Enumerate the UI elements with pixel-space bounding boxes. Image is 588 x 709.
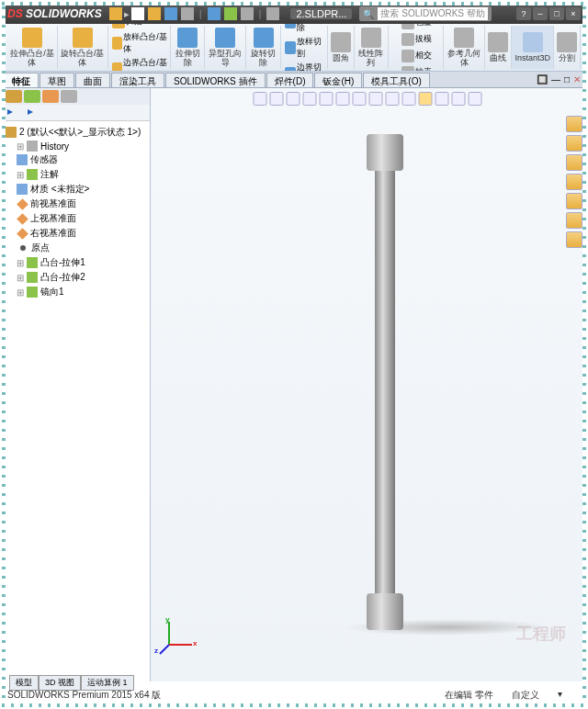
ribbon-ref-geom[interactable]: 参考几何体: [444, 26, 485, 69]
task-pane: [566, 116, 582, 248]
view-toolbar: [254, 92, 482, 106]
view-d-icon[interactable]: [469, 92, 482, 106]
command-tabs: 特征 草图 曲面 渲染工具 SOLIDWORKS 插件 焊件(D) 钣金(H) …: [4, 72, 584, 88]
ribbon-split[interactable]: 分割: [554, 26, 581, 69]
side-tab-display[interactable]: [61, 90, 77, 103]
task-appearance-icon[interactable]: [566, 193, 582, 209]
open-icon[interactable]: [148, 7, 161, 20]
3d-model[interactable]: [367, 134, 403, 630]
ribbon-revolve-boss[interactable]: 旋转凸台/基体: [58, 26, 108, 69]
render-icon[interactable]: [419, 92, 433, 106]
tab-max-icon[interactable]: □: [564, 74, 570, 84]
tree-front-plane[interactable]: 前视基准面: [6, 197, 148, 211]
status-mode: 在编辑 零件: [445, 689, 493, 702]
task-resources-icon[interactable]: [566, 116, 582, 132]
3d-viewport[interactable]: y x z 工程师: [151, 88, 584, 681]
ribbon-features-group: 筋 包覆 拔模 相交 抽壳 镜向: [389, 26, 444, 69]
ribbon-hole-wizard[interactable]: 异型孔向导: [205, 26, 246, 69]
section-icon[interactable]: [303, 92, 317, 106]
status-bar: SOLIDWORKS Premium 2015 x64 版 在编辑 零件 自定义…: [7, 689, 581, 702]
svg-line-2: [160, 645, 169, 654]
tree-root[interactable]: 2 (默认<<默认>_显示状态 1>): [6, 125, 148, 140]
ribbon-extrude-boss[interactable]: 拉伸凸台/基体: [7, 26, 58, 69]
status-dropdown-icon[interactable]: ▾: [558, 689, 562, 702]
view-c-icon[interactable]: [452, 92, 466, 106]
ribbon-cut-group: 扫描切除 放样切割 边界切除: [281, 26, 328, 69]
tab-surface[interactable]: 曲面: [75, 73, 110, 87]
tab-render[interactable]: 渲染工具: [111, 73, 164, 87]
close-button[interactable]: ×: [566, 7, 581, 20]
tree-top-plane[interactable]: 上视基准面: [6, 211, 148, 226]
tab-mold[interactable]: 模具工具(O): [363, 73, 429, 87]
side-tabs: [4, 88, 150, 105]
tab-addins[interactable]: SOLIDWORKS 插件: [165, 73, 266, 87]
tree-material[interactable]: 材质 <未指定>: [6, 182, 148, 197]
settings-icon[interactable]: [266, 7, 279, 20]
side-nav: ▸ ▸: [4, 105, 150, 121]
appearance-icon[interactable]: [369, 92, 383, 106]
feature-tree: 2 (默认<<默认>_显示状态 1>) ⊞History 传感器 ⊞注解 材质 …: [4, 121, 150, 681]
task-library-icon[interactable]: [566, 135, 582, 152]
tab-min-icon[interactable]: —: [551, 74, 560, 84]
options-icon[interactable]: [241, 7, 254, 20]
watermark: 工程师: [516, 623, 566, 645]
document-tab[interactable]: 2.SLDPR...: [290, 8, 352, 19]
tree-feat2[interactable]: ⊞凸台-拉伸2: [6, 270, 148, 285]
ribbon-revolve-cut[interactable]: 旋转切除: [246, 26, 280, 69]
undo-icon[interactable]: [208, 7, 220, 20]
tab-sheetmetal[interactable]: 钣金(H): [314, 73, 362, 87]
rebuild-icon[interactable]: [224, 7, 237, 20]
side-tab-tree[interactable]: [6, 90, 22, 103]
status-custom[interactable]: 自定义: [512, 689, 539, 702]
task-forum-icon[interactable]: [566, 231, 582, 248]
nav-fwd-icon[interactable]: ▸: [28, 105, 33, 120]
maximize-button[interactable]: □: [549, 7, 564, 20]
minimize-button[interactable]: –: [533, 7, 548, 20]
zoom-fit-icon[interactable]: [254, 92, 267, 106]
status-version: SOLIDWORKS Premium 2015 x64 版: [7, 689, 161, 702]
tree-origin[interactable]: 原点: [6, 241, 148, 255]
ribbon: 拉伸凸台/基体 旋转凸台/基体 扫描 放样凸台/基体 边界凸台/基体 拉伸切除 …: [4, 24, 584, 72]
save-icon[interactable]: [164, 7, 177, 20]
hide-show-icon[interactable]: [353, 92, 367, 106]
scene-icon[interactable]: [386, 92, 400, 106]
tab-features[interactable]: 特征: [4, 73, 39, 87]
display-style-icon[interactable]: [336, 92, 350, 106]
ribbon-extrude-cut[interactable]: 拉伸切除: [171, 26, 205, 69]
ribbon-fillet[interactable]: 圆角: [328, 26, 355, 69]
print-icon[interactable]: [181, 7, 194, 20]
task-explorer-icon[interactable]: [566, 154, 582, 171]
tree-feat1[interactable]: ⊞凸台-拉伸1: [6, 255, 148, 270]
feature-tree-panel: ▸ ▸ 2 (默认<<默认>_显示状态 1>) ⊞History 传感器 ⊞注解…: [4, 88, 151, 681]
view-b-icon[interactable]: [435, 92, 449, 106]
ribbon-instant3d[interactable]: Instant3D: [512, 26, 554, 69]
file-icon[interactable]: [109, 7, 122, 20]
side-tab-config[interactable]: [42, 90, 59, 103]
nav-back-icon[interactable]: ▸: [7, 105, 13, 120]
prev-view-icon[interactable]: [287, 92, 300, 106]
view-orient-icon[interactable]: [320, 92, 334, 106]
view-settings-icon[interactable]: [402, 92, 416, 106]
ribbon-sweep-group: 扫描 放样凸台/基体 边界凸台/基体: [108, 26, 171, 69]
tree-annotations[interactable]: ⊞注解: [6, 167, 148, 182]
app-logo: DS SOLIDWORKS: [7, 7, 102, 20]
tab-close-icon[interactable]: ✕: [573, 74, 581, 84]
ribbon-pattern[interactable]: 线性阵列: [355, 26, 389, 69]
task-palette-icon[interactable]: [566, 174, 582, 190]
search-box[interactable]: 🔍搜索 SOLIDWORKS 帮助: [359, 6, 491, 21]
tree-feat3[interactable]: ⊞镜向1: [6, 285, 148, 299]
tab-weldment[interactable]: 焊件(D): [266, 73, 314, 87]
side-tab-props[interactable]: [24, 90, 40, 103]
zoom-area-icon[interactable]: [270, 92, 284, 106]
tab-search-icon[interactable]: 🔲: [537, 74, 548, 84]
task-props-icon[interactable]: [566, 212, 582, 229]
tree-sensors[interactable]: 传感器: [6, 152, 148, 167]
orientation-triad[interactable]: y x z: [160, 617, 197, 654]
tab-sketch[interactable]: 草图: [40, 73, 74, 87]
tree-right-plane[interactable]: 右视基准面: [6, 226, 148, 241]
help-button[interactable]: ?: [516, 7, 531, 20]
new-icon[interactable]: [131, 7, 144, 20]
ribbon-curves[interactable]: 曲线: [485, 26, 512, 69]
tree-history[interactable]: ⊞History: [6, 140, 148, 152]
titlebar: DS SOLIDWORKS ▸ | | 2.SLDPR... 🔍搜索 SOLID…: [4, 4, 584, 24]
